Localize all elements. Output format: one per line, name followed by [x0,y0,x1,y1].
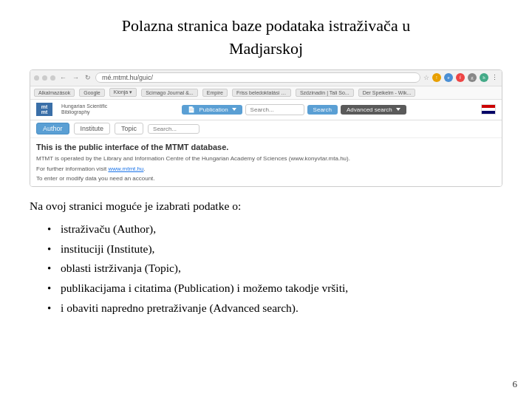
browser-icons: ☆ ! e f g h ⋮ [423,73,498,82]
uk-flag [481,104,496,115]
mtmt-content-note: To enter or modify data you need an acco… [36,175,496,182]
extension-icon-1: e [444,73,453,82]
forward-button[interactable]: → [71,74,81,81]
bullet-text-3: publikacijama i citatima (Publication) i… [61,282,348,294]
bullet-list: istraživaču (Author), instituciji (Insti… [30,220,502,318]
mtmt-search-area: 📄 Publication Search Advanced search [112,104,477,115]
back-button[interactable]: ← [58,74,68,81]
desc1-text: MTMT is operated by the Library and Info… [36,155,350,162]
list-item: istraživaču (Author), [47,220,502,239]
chevron-down-icon [232,108,236,111]
browser-dot-3 [50,75,55,81]
advanced-label: Advanced search [347,106,392,113]
bookmark-google[interactable]: Google [79,89,105,97]
search-input[interactable] [245,104,304,115]
topic-filter-button[interactable]: Topic [115,123,143,134]
bullet-text-4: i obaviti napredno pretraživanje (Advanc… [61,301,299,314]
publication-label: Publication [199,106,228,113]
browser-dot-2 [42,75,47,81]
bookmark-szdzinadin[interactable]: Szdzinadin | Tali So... [296,89,354,97]
bookmark-apps[interactable]: Alkalmazások [34,89,75,97]
mtmt-content-desc1: MTMT is operated by the Library and Info… [36,154,496,163]
slide-title: Polazna stranica baze podataka istraživa… [30,15,502,61]
bookmark-der[interactable]: Der Speikelm - Wik... [358,89,416,97]
page-number: 6 [513,378,518,390]
mtmt-content-title: This is the public interface of the MTMT… [36,143,496,151]
filter-row: Author Institute Topic [30,120,502,138]
title-line1: Polazna stranica baze podataka istraživa… [122,16,410,35]
extension-icon-3: g [468,73,477,82]
mtmt-header: mt mt Hungarian Scientific Bibliography … [30,100,502,120]
bookmarks-bar: Alkalmazások Google Kionja ▾ Scimago Jou… [30,86,502,100]
logo-top: mt [41,104,48,109]
bullet-text-1: instituciji (Institute), [61,242,154,255]
slide-intro: Na ovoj stranici moguće je izabrati poda… [30,197,502,216]
list-item: oblasti istrživanja (Topic), [47,259,502,278]
logo-text2: Bibliography [61,109,107,115]
book-icon: 📄 [188,106,195,113]
address-bar[interactable]: mé.mtmt.hu/guic/ [95,72,420,83]
publication-button[interactable]: 📄 Publication [182,105,242,115]
filter-search-input[interactable] [148,124,200,134]
search-button[interactable]: Search [307,105,338,115]
alert-icon: ! [432,73,441,82]
list-item: i obaviti napredno pretraživanje (Advanc… [47,299,502,318]
browser-mockup: ← → ↻ mé.mtmt.hu/guic/ ☆ ! e f g h ⋮ Alk… [30,69,502,187]
author-filter-button[interactable]: Author [36,123,69,134]
mtmt-content-area: This is the public interface of the MTMT… [30,138,502,186]
logo-text1: Hungarian Scientific [61,103,107,109]
mtmt-link[interactable]: www.mtmt.hu [108,166,143,172]
mtmt-logo: mt mt [36,103,52,116]
chevron-down-icon-2 [396,108,400,111]
mtmt-content-desc2: For further information visit www.mtmt.h… [36,165,496,173]
bullet-text-2: oblasti istrživanja (Topic), [61,262,181,274]
menu-icon[interactable]: ⋮ [491,74,498,81]
title-line2: Madjarskoj [229,39,303,58]
extension-icon-2: f [456,73,465,82]
star-icon: ☆ [423,74,429,81]
list-item: publikacijama i citatima (Publication) i… [47,279,502,298]
extension-icon-4: h [480,73,488,82]
search-label: Search [313,106,332,113]
slide-body: Na ovoj stranici moguće je izabrati poda… [30,197,502,384]
browser-dot-1 [34,75,39,81]
advanced-search-button[interactable]: Advanced search [341,105,406,115]
bookmark-scimago[interactable]: Scimago Journal &... [141,89,198,97]
browser-toolbar: ← → ↻ mé.mtmt.hu/guic/ ☆ ! e f g h ⋮ [30,70,502,86]
logo-bottom: mt [41,109,48,115]
slide-container: Polazna stranica baze podataka istraživa… [0,0,532,399]
list-item: instituciji (Institute), [47,240,502,259]
mtmt-logo-box: mt mt [36,103,52,116]
reload-button[interactable]: ↻ [83,74,92,81]
bullet-text-0: istraživaču (Author), [61,222,156,235]
bookmark-friss[interactable]: Friss beledoktatási a... [232,89,291,97]
institute-filter-button[interactable]: Institute [74,123,111,134]
mtmt-logo-label: Hungarian Scientific Bibliography [61,103,107,116]
bookmark-empire[interactable]: Empire [202,89,228,97]
bookmark-kionja[interactable]: Kionja ▾ [109,88,137,97]
